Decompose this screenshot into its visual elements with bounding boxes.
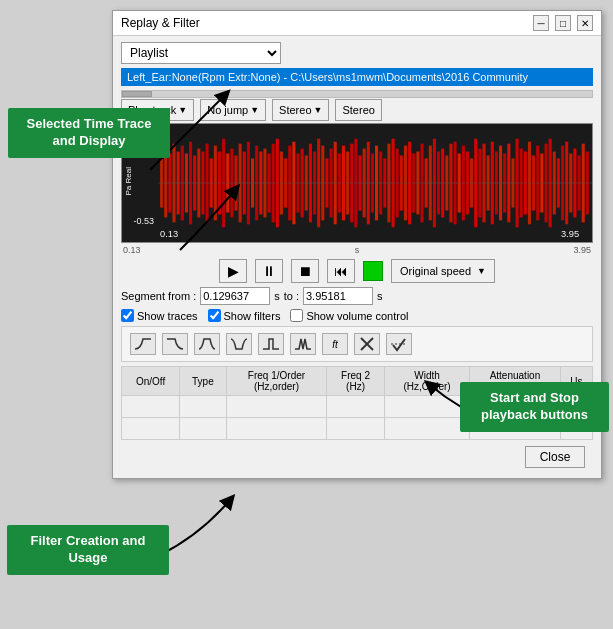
show-volume-item: Show volume control xyxy=(290,309,408,322)
close-button[interactable]: Close xyxy=(525,446,585,468)
table-cell xyxy=(122,396,180,418)
svg-text:3.95: 3.95 xyxy=(561,229,579,239)
play-track-dropdown-arrow: ▼ xyxy=(178,105,187,115)
filter-custom-button[interactable]: ft xyxy=(322,333,348,355)
table-cell xyxy=(384,418,469,440)
svg-text:0.13: 0.13 xyxy=(160,229,178,239)
show-filters-checkbox[interactable] xyxy=(208,309,221,322)
segment-from-input[interactable] xyxy=(200,287,270,305)
waveform-display[interactable]: 0.67 Pa Real -0.53 xyxy=(121,123,593,243)
scrollbar-horizontal[interactable] xyxy=(121,90,593,98)
x-axis-labels: 0.13 s 3.95 xyxy=(121,245,593,255)
filter-remove-button[interactable] xyxy=(354,333,380,355)
stereo-button[interactable]: Stereo xyxy=(335,99,381,121)
table-header-freq1: Freq 1/Order(Hz,order) xyxy=(226,367,327,396)
stereo-dropdown-button[interactable]: Stereo ▼ xyxy=(272,99,329,121)
filter-check-button[interactable] xyxy=(386,333,412,355)
segment-row: Segment from : s to : s xyxy=(121,287,593,305)
speed-dropdown-button[interactable]: Original speed ▼ xyxy=(391,259,495,283)
table-cell xyxy=(226,418,327,440)
pause-button[interactable]: ⏸ xyxy=(255,259,283,283)
x-right-label: 3.95 xyxy=(573,245,591,255)
annotation-selected-time: Selected Time Trace and Display xyxy=(8,108,170,158)
x-left-label: 0.13 xyxy=(123,245,141,255)
table-cell xyxy=(180,396,227,418)
no-jump-dropdown-arrow: ▼ xyxy=(250,105,259,115)
table-cell xyxy=(180,418,227,440)
checkboxes-row: Show traces Show filters Show volume con… xyxy=(121,309,593,322)
filter-icons-row: ft xyxy=(121,326,593,362)
filter-shape1-button[interactable] xyxy=(258,333,284,355)
playlist-dropdown[interactable]: Playlist xyxy=(121,42,281,64)
show-traces-label: Show traces xyxy=(137,310,198,322)
table-header-freq2: Freq 2(Hz) xyxy=(327,367,385,396)
show-filters-label: Show filters xyxy=(224,310,281,322)
waveform-svg: 0.13 3.95 xyxy=(158,124,592,242)
waveform-controls-row: Play track ▼ No jump ▼ Stereo ▼ Stereo xyxy=(121,99,593,121)
segment-to-unit: s xyxy=(377,290,383,302)
filepath-bar[interactable]: Left_Ear:None(Rpm Extr:None) - C:\Users\… xyxy=(121,68,593,86)
table-header-width: Width(Hz,Order) xyxy=(384,367,469,396)
table-cell xyxy=(122,418,180,440)
annotation-filter-creation: Filter Creation and Usage xyxy=(7,525,169,575)
window-title: Replay & Filter xyxy=(121,16,200,30)
segment-from-label: Segment from : xyxy=(121,290,196,302)
filter-lp-button[interactable] xyxy=(162,333,188,355)
speed-label: Original speed xyxy=(400,265,471,277)
close-row: Close xyxy=(121,440,593,472)
title-bar-controls: ─ □ ✕ xyxy=(533,15,593,31)
table-header-onoff: On/Off xyxy=(122,367,180,396)
table-header-type: Type xyxy=(180,367,227,396)
table-cell xyxy=(226,396,327,418)
speed-arrow: ▼ xyxy=(477,266,486,276)
segment-to-label: to : xyxy=(284,290,299,302)
segment-from-unit: s xyxy=(274,290,280,302)
table-cell xyxy=(384,396,469,418)
annotation-start-stop: Start and Stop playback buttons xyxy=(460,382,609,432)
playback-controls: ▶ ⏸ ⏹ ⏮ Original speed ▼ xyxy=(121,259,593,283)
filter-shape2-button[interactable] xyxy=(290,333,316,355)
playlist-row: Playlist xyxy=(121,42,593,64)
table-cell xyxy=(327,418,385,440)
scrollbar-thumb[interactable] xyxy=(122,91,152,97)
stereo-dropdown-arrow: ▼ xyxy=(314,105,323,115)
show-volume-checkbox[interactable] xyxy=(290,309,303,322)
status-indicator xyxy=(363,261,383,281)
filter-notch-button[interactable] xyxy=(226,333,252,355)
filter-hp-button[interactable] xyxy=(130,333,156,355)
segment-to-input[interactable] xyxy=(303,287,373,305)
close-window-button[interactable]: ✕ xyxy=(577,15,593,31)
show-traces-item: Show traces xyxy=(121,309,198,322)
title-bar: Replay & Filter ─ □ ✕ xyxy=(113,11,601,36)
y-unit-label: Pa Real xyxy=(124,167,133,195)
no-jump-button[interactable]: No jump ▼ xyxy=(200,99,266,121)
y-bottom-label: -0.53 xyxy=(133,216,154,226)
x-unit-label: s xyxy=(355,245,360,255)
show-volume-label: Show volume control xyxy=(306,310,408,322)
play-button[interactable]: ▶ xyxy=(219,259,247,283)
prev-button[interactable]: ⏮ xyxy=(327,259,355,283)
show-filters-item: Show filters xyxy=(208,309,281,322)
stop-button[interactable]: ⏹ xyxy=(291,259,319,283)
maximize-button[interactable]: □ xyxy=(555,15,571,31)
filter-bp-button[interactable] xyxy=(194,333,220,355)
show-traces-checkbox[interactable] xyxy=(121,309,134,322)
table-cell xyxy=(327,396,385,418)
minimize-button[interactable]: ─ xyxy=(533,15,549,31)
